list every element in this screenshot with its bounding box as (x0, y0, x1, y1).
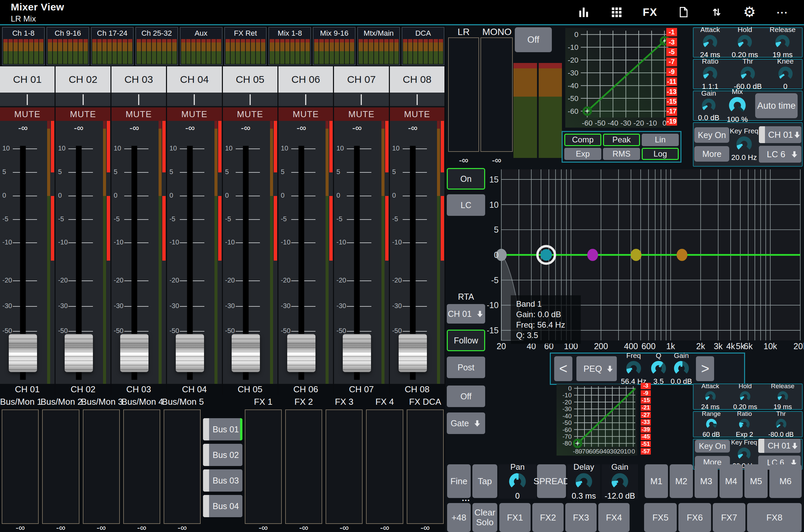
channel-select-button[interactable]: CH 01 (0, 66, 55, 93)
next-band-button[interactable]: > (696, 356, 714, 381)
output-gain-knob[interactable]: Gain-12.0 dB (602, 464, 638, 499)
send-box[interactable] (83, 410, 120, 524)
fx-send-button-fx3[interactable]: FX3 (565, 503, 597, 532)
fader-area[interactable]: -∞1050-5-10-20-30-50 (390, 121, 444, 384)
fader-area[interactable]: -∞1050-5-10-20-30-50 (56, 121, 110, 384)
mute-group-button-m3[interactable]: M3 (694, 464, 718, 498)
send-box[interactable] (326, 410, 363, 524)
sort-icon[interactable] (710, 4, 723, 20)
mute-button[interactable]: MUTE (279, 108, 333, 121)
mode-button-exp[interactable]: Exp (564, 148, 601, 160)
meter-bridge-bank[interactable]: FX Ret (224, 27, 267, 65)
comp-more-button[interactable]: More (694, 146, 729, 162)
pan-control[interactable] (112, 93, 166, 108)
fader-handle[interactable] (399, 334, 427, 372)
bus-select-button[interactable]: Bus 01 (203, 418, 242, 440)
channel-select-button[interactable]: CH 02 (56, 66, 110, 93)
comp-gain-knob[interactable]: Gain0.0 dB (698, 89, 720, 122)
knob-cell[interactable]: Release19 ms (771, 383, 795, 411)
knob-dial[interactable] (626, 360, 642, 377)
channel-select-button[interactable]: CH 05 (223, 66, 277, 93)
comp-key-freq-knob[interactable]: Key Freq20.0 Hz (730, 127, 758, 162)
mute-group-button-m2[interactable]: M2 (670, 464, 693, 498)
knob-dial[interactable] (740, 65, 755, 82)
send-box[interactable] (366, 410, 403, 524)
pan-control[interactable] (223, 93, 277, 108)
mute-button[interactable]: MUTE (112, 108, 166, 121)
main-off-button[interactable]: Off (515, 27, 552, 52)
mute-button[interactable]: MUTE (167, 108, 222, 121)
mute-button[interactable]: MUTE (0, 108, 55, 121)
knob-dial[interactable] (701, 97, 716, 113)
meter-bridge-bank[interactable]: Mix 1-8 (268, 27, 311, 65)
comp-mix-knob[interactable]: Mix100 % (727, 88, 748, 124)
bus-select-button[interactable]: Bus 02 (203, 444, 242, 466)
fader-handle[interactable] (65, 334, 93, 372)
band-gain-knob[interactable]: Gain0.0 dB (671, 352, 692, 385)
knob-dial[interactable] (736, 135, 752, 153)
send-box[interactable] (2, 410, 39, 524)
knob-dial[interactable] (776, 418, 787, 430)
knob-dial[interactable] (775, 34, 790, 51)
tap-button[interactable]: Tap (472, 464, 497, 498)
meter-bridge-bank[interactable]: Ch 1-8 (2, 27, 45, 65)
clear-solo-button[interactable]: Clear Solo (472, 503, 497, 532)
mode-button-rms[interactable]: RMS (603, 148, 640, 160)
gate-key-on-button[interactable]: Key On (695, 440, 730, 453)
fader-handle[interactable] (343, 334, 371, 372)
fader-handle[interactable] (287, 334, 315, 372)
meter-bridge-bank[interactable]: Mtx/Main (357, 27, 400, 65)
channel-select-button[interactable]: CH 04 (167, 66, 222, 93)
meter-bridge-bank[interactable]: Aux (180, 27, 223, 65)
knob-dial[interactable] (739, 390, 751, 403)
channel-select-button[interactable]: CH 06 (279, 66, 333, 93)
knob-cell[interactable]: Thr-80.0 dB (768, 411, 794, 438)
channel-select-button[interactable]: CH 08 (390, 66, 444, 93)
knob-dial[interactable] (705, 390, 716, 403)
rta-source-select[interactable]: CH 01 (447, 304, 485, 324)
settings-gear-icon[interactable]: ⚙ (743, 4, 756, 20)
fader-area[interactable]: -∞1050-5-10-20-30-50 (334, 121, 388, 384)
meter-bridge-bank[interactable]: Mix 9-16 (313, 27, 356, 65)
knob-dial[interactable] (777, 390, 788, 403)
fader-area[interactable]: -∞1050-5-10-20-30-50 (279, 121, 333, 384)
meter-bridge-bank[interactable]: Ch 25-32 (135, 27, 178, 65)
fader-area[interactable]: -∞1050-5-10-20-30-50 (167, 121, 222, 384)
gate-select-button[interactable]: Gate (447, 413, 485, 434)
knob-dial[interactable] (575, 472, 593, 491)
file-icon[interactable] (677, 4, 690, 20)
meters-icon[interactable] (577, 4, 590, 20)
delay-knob[interactable]: Delay0.3 ms (567, 464, 600, 499)
rta-post-button[interactable]: Post (447, 357, 485, 378)
mode-button-comp[interactable]: Comp (564, 134, 601, 146)
knob-cell[interactable]: Hold0.20 ms (732, 25, 758, 59)
send-box[interactable] (42, 410, 79, 524)
knob-dial[interactable] (737, 446, 751, 462)
meter-bridge-bank[interactable]: Ch 9-16 (46, 27, 89, 65)
mode-button-peak[interactable]: Peak (603, 134, 640, 146)
knob-cell[interactable]: Range60 dB (702, 411, 721, 438)
knob-cell[interactable]: Attack24 ms (701, 383, 719, 411)
mute-group-button-m1[interactable]: M1 (645, 464, 668, 498)
fx-send-button-fx7[interactable]: FX7 (713, 503, 745, 532)
pan-control[interactable] (167, 93, 222, 108)
comp-key-source-select[interactable]: CH 01 (759, 126, 801, 143)
send-box[interactable] (407, 410, 444, 524)
fine-button[interactable]: Fine (447, 464, 471, 498)
pan-control[interactable] (0, 93, 55, 108)
prev-band-button[interactable]: < (554, 356, 572, 381)
compressor-transfer-graph[interactable]: 0-10-20-30-40-50-60-60-50-40-30-20-100 (565, 28, 670, 128)
channel-select-button[interactable]: CH 03 (112, 66, 166, 93)
mode-button-log[interactable]: Log (642, 148, 679, 160)
spread-button[interactable]: SPREAD (537, 464, 566, 498)
mute-group-button-m4[interactable]: M4 (720, 464, 743, 498)
knob-dial[interactable] (702, 34, 718, 51)
knob-dial[interactable] (706, 418, 717, 430)
fader-area[interactable]: -∞1050-5-10-20-30-50 (0, 121, 55, 384)
knob-cell[interactable]: Knee0 (777, 57, 793, 91)
mute-button[interactable]: MUTE (223, 108, 277, 121)
knob-dial[interactable] (702, 65, 718, 82)
gate-key-source-select[interactable]: CH 01 (758, 439, 801, 453)
knob-cell[interactable]: RatioExp 2 (736, 411, 753, 438)
knob-dial[interactable] (778, 65, 793, 82)
